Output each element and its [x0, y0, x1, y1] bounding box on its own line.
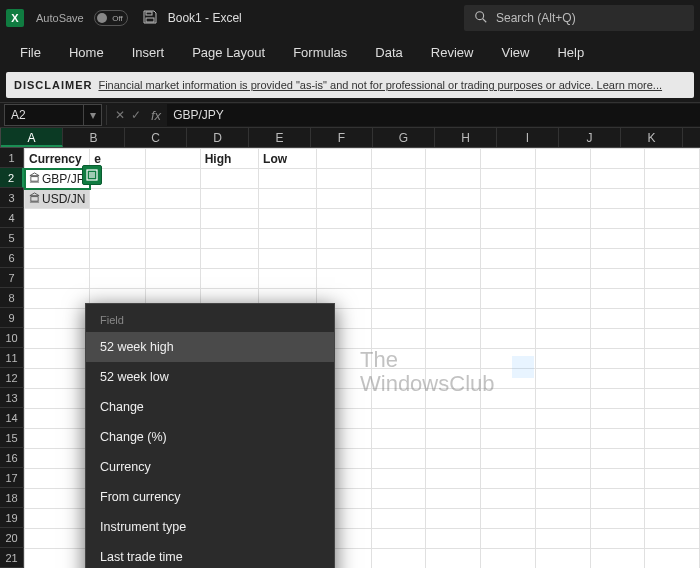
row-header[interactable]: 6 — [0, 248, 24, 268]
cell[interactable] — [145, 229, 200, 249]
cell[interactable] — [590, 529, 645, 549]
cell[interactable] — [481, 169, 536, 189]
context-menu-item[interactable]: Instrument type — [86, 512, 334, 542]
tab-insert[interactable]: Insert — [120, 39, 177, 66]
cell[interactable] — [645, 289, 700, 309]
row-header[interactable]: 16 — [0, 448, 24, 468]
cell[interactable] — [590, 429, 645, 449]
cell[interactable] — [25, 529, 90, 549]
cell[interactable] — [535, 329, 590, 349]
cell[interactable] — [426, 509, 481, 529]
cell[interactable] — [645, 549, 700, 569]
cell[interactable] — [590, 329, 645, 349]
cell[interactable] — [25, 309, 90, 329]
row-header[interactable]: 13 — [0, 388, 24, 408]
tab-formulas[interactable]: Formulas — [281, 39, 359, 66]
cell[interactable] — [426, 449, 481, 469]
row-header[interactable]: 7 — [0, 268, 24, 288]
cell[interactable] — [426, 189, 481, 209]
cell[interactable] — [590, 389, 645, 409]
cell[interactable] — [481, 329, 536, 349]
cancel-icon[interactable]: ✕ — [115, 108, 125, 122]
cell[interactable] — [481, 149, 536, 169]
cell[interactable] — [25, 209, 90, 229]
column-header[interactable]: E — [249, 128, 311, 147]
cell[interactable] — [426, 389, 481, 409]
cell[interactable] — [535, 449, 590, 469]
cell[interactable] — [590, 289, 645, 309]
cell[interactable] — [371, 509, 426, 529]
cell[interactable] — [371, 229, 426, 249]
cell[interactable] — [426, 149, 481, 169]
cell[interactable] — [645, 329, 700, 349]
context-menu-item[interactable]: From currency — [86, 482, 334, 512]
cell[interactable] — [25, 369, 90, 389]
row-header[interactable]: 15 — [0, 428, 24, 448]
cell[interactable] — [645, 249, 700, 269]
cell[interactable] — [535, 409, 590, 429]
cell[interactable] — [25, 489, 90, 509]
cell[interactable] — [590, 189, 645, 209]
cell[interactable] — [371, 529, 426, 549]
cell[interactable] — [90, 209, 146, 229]
cell[interactable] — [590, 549, 645, 569]
cell[interactable]: GBP/JP — [25, 169, 90, 189]
cell[interactable]: USD/JN — [25, 189, 90, 209]
name-box[interactable]: ▾ — [4, 104, 102, 126]
column-header[interactable]: B — [63, 128, 125, 147]
cell[interactable] — [259, 249, 317, 269]
tab-view[interactable]: View — [489, 39, 541, 66]
column-header[interactable]: F — [311, 128, 373, 147]
row-header[interactable]: 2 — [0, 168, 24, 188]
cell[interactable] — [371, 389, 426, 409]
column-header[interactable]: C — [125, 128, 187, 147]
column-header[interactable]: H — [435, 128, 497, 147]
cell[interactable] — [25, 349, 90, 369]
cell[interactable] — [200, 249, 258, 269]
cell[interactable] — [645, 469, 700, 489]
cell[interactable] — [371, 289, 426, 309]
cell[interactable] — [371, 309, 426, 329]
cell[interactable] — [25, 229, 90, 249]
cell[interactable] — [590, 409, 645, 429]
cell[interactable] — [645, 369, 700, 389]
cell[interactable] — [590, 349, 645, 369]
cell[interactable] — [426, 169, 481, 189]
cell[interactable] — [371, 469, 426, 489]
cell[interactable] — [317, 189, 372, 209]
cell[interactable] — [535, 269, 590, 289]
cell[interactable] — [426, 269, 481, 289]
column-header[interactable]: I — [497, 128, 559, 147]
row-header[interactable]: 5 — [0, 228, 24, 248]
cell[interactable]: Currency — [25, 149, 90, 169]
cell[interactable] — [535, 389, 590, 409]
cell[interactable] — [535, 229, 590, 249]
cell[interactable] — [590, 489, 645, 509]
cell[interactable] — [481, 309, 536, 329]
cell[interactable] — [481, 389, 536, 409]
cell[interactable] — [371, 329, 426, 349]
cell[interactable] — [317, 229, 372, 249]
cell[interactable] — [535, 309, 590, 329]
tab-review[interactable]: Review — [419, 39, 486, 66]
cell[interactable] — [90, 249, 146, 269]
cell[interactable] — [535, 249, 590, 269]
cell[interactable] — [590, 369, 645, 389]
cell[interactable] — [317, 149, 372, 169]
cell[interactable] — [481, 189, 536, 209]
cell[interactable] — [535, 489, 590, 509]
cell[interactable] — [481, 229, 536, 249]
row-header[interactable]: 8 — [0, 288, 24, 308]
cell[interactable] — [535, 469, 590, 489]
context-menu-item[interactable]: 52 week low — [86, 362, 334, 392]
cell[interactable] — [426, 469, 481, 489]
cell[interactable] — [426, 249, 481, 269]
cell[interactable] — [535, 369, 590, 389]
fx-icon[interactable]: fx — [145, 108, 167, 123]
cell[interactable] — [371, 349, 426, 369]
cell[interactable] — [90, 189, 146, 209]
cell[interactable] — [426, 549, 481, 569]
cell[interactable] — [645, 169, 700, 189]
cell[interactable] — [259, 189, 317, 209]
cell[interactable] — [200, 169, 258, 189]
